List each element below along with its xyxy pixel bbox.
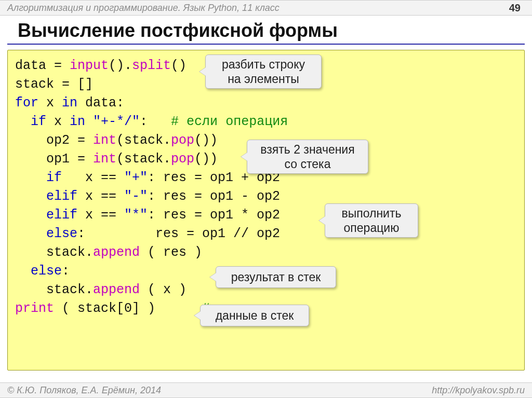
code-block: data = input().split() stack = [] for x … <box>7 50 525 370</box>
header-bar: Алгоритмизация и программирование. Язык … <box>0 0 532 16</box>
page-number: 49 <box>509 2 521 14</box>
page-title: Вычисление постфиксной формы <box>0 16 532 44</box>
callout-split: разбить строку на элементы <box>205 54 322 89</box>
callout-result-push: результат в стек <box>216 266 336 288</box>
header-subject: Алгоритмизация и программирование. Язык … <box>7 3 280 13</box>
footer-copyright: © К.Ю. Поляков, Е.А. Ерёмин, 2014 <box>7 385 161 396</box>
title-rule <box>7 44 525 45</box>
footer-bar: © К.Ю. Поляков, Е.А. Ерёмин, 2014 http:/… <box>0 382 532 398</box>
callout-operate: выполнить операцию <box>325 203 418 238</box>
footer-link: http://kpolyakov.spb.ru <box>432 385 525 396</box>
callout-data-push: данные в стек <box>200 305 309 326</box>
callout-pop: взять 2 значения со стека <box>247 140 368 174</box>
